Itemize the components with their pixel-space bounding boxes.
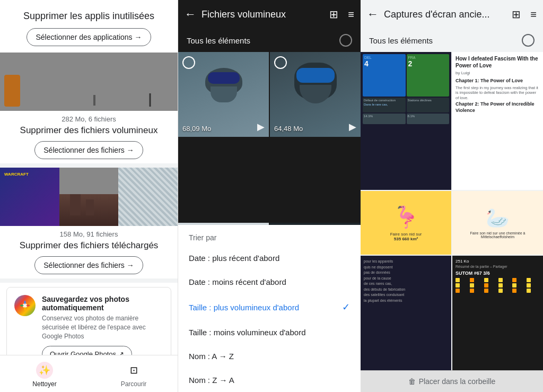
dot-7 xyxy=(456,283,460,288)
dot-3 xyxy=(484,278,488,282)
dot-10 xyxy=(498,283,503,288)
book-chapter1: Chapter 1: The Power of Love xyxy=(456,77,540,84)
sc6-size: 251 Ko xyxy=(456,259,540,264)
video-2-select[interactable] xyxy=(274,56,287,69)
mid-grid-icon[interactable]: ⊞ xyxy=(329,8,338,21)
sort-option-3[interactable]: Taille : moins volumineux d'abord xyxy=(178,320,361,344)
nav-item-clean[interactable]: ✨ Nettoyer xyxy=(0,360,89,390)
sort-header: Trier par xyxy=(178,225,361,246)
promo-title: Sauvegardez vos photos automatiquement xyxy=(42,295,163,312)
trash-button[interactable]: 🗑 Placer dans la corbeille xyxy=(408,377,496,386)
google-photos-icon xyxy=(14,295,36,316)
sort-check-icon: ✓ xyxy=(342,301,350,313)
video-2-play[interactable]: ▶ xyxy=(349,121,356,133)
dot-11 xyxy=(512,283,516,288)
mid-back-icon[interactable]: ← xyxy=(185,7,196,21)
dot-9 xyxy=(484,283,488,288)
sc-cell-5[interactable]: pour les appareils quis ne disposent pas… xyxy=(361,256,451,370)
bottom-navigation: ✨ Nettoyer ⊡ Parcourir xyxy=(0,355,178,392)
dot-18 xyxy=(527,289,531,293)
sort-option-0[interactable]: Date : plus récent d'abord xyxy=(178,246,361,270)
sc-cell-4[interactable]: 🦢 Faire son nid sur une cheminée à Mitte… xyxy=(452,191,543,255)
book-author: by Luigi xyxy=(456,71,540,75)
panel-mid-topbar: ← Fichiers volumineux ⊞ ≡ xyxy=(178,0,361,29)
right-all-items-label: Tous les éléments xyxy=(369,36,433,45)
sort-option-3-label: Taille : moins volumineux d'abord xyxy=(189,328,305,337)
right-sort-icon[interactable]: ≡ xyxy=(530,8,537,21)
photo-cell-snow1 xyxy=(67,53,122,111)
right-grid-icon[interactable]: ⊞ xyxy=(512,8,521,21)
section1-file-size: 282 Mo, 6 fichiers xyxy=(8,115,169,123)
dot-grid xyxy=(456,278,540,293)
browse-nav-icon: ⊡ xyxy=(125,362,142,379)
panel-left: Supprimer les applis inutilisées Sélecti… xyxy=(0,0,178,392)
dot-1 xyxy=(456,278,460,282)
mid-sort-icon[interactable]: ≡ xyxy=(348,8,354,21)
sort-option-1[interactable]: Date : moins récent d'abord xyxy=(178,270,361,294)
panel-right: ← Captures d'écran ancie... ⊞ ≡ Tous les… xyxy=(361,0,543,392)
book-chapter2: Chapter 2: The Power of Incredible Viole… xyxy=(456,101,540,114)
photo-cell-fabric xyxy=(118,168,178,226)
book-title: How I defeated Fascism With the Power of… xyxy=(456,55,540,69)
sort-option-5[interactable]: Nom : Z → A xyxy=(178,368,361,392)
sc4-text1: Faire son nid sur une cheminée à Mittels… xyxy=(470,231,526,239)
dot-12 xyxy=(527,283,531,288)
right-select-all-check[interactable] xyxy=(522,34,535,47)
sort-option-4-label: Nom : A → Z xyxy=(189,352,234,361)
right-back-icon[interactable]: ← xyxy=(367,7,379,21)
sc-cell-6[interactable]: 251 Ko Résumé de ta partie – Partager SU… xyxy=(452,256,543,370)
panel-left-title: Supprimer les applis inutilisées xyxy=(13,11,165,22)
select-files-button-1[interactable]: Sélectionner des fichiers → xyxy=(34,141,143,159)
section2-file-size: 158 Mo, 91 fichiers xyxy=(8,230,169,238)
sc6-subtitle: Résumé de ta partie – Partager xyxy=(456,265,540,268)
video-cell-2[interactable]: 64,48 Mo ▶ xyxy=(270,52,361,137)
mid-select-all-check[interactable] xyxy=(339,34,352,47)
mid-title: Fichiers volumineux xyxy=(202,9,320,20)
section-large-files: 282 Mo, 6 fichiers Supprimer des fichier… xyxy=(0,53,178,161)
section2-title: Supprimer des fichiers téléchargés xyxy=(8,240,169,251)
right-all-items-row: Tous les éléments xyxy=(361,29,543,52)
sort-option-5-label: Nom : Z → A xyxy=(189,376,234,385)
video-2-size: 64,48 Mo xyxy=(274,125,303,133)
trash-label: Placer dans la corbeille xyxy=(419,377,496,386)
panel-left-header: Supprimer les applis inutilisées Sélecti… xyxy=(0,0,178,53)
right-title: Captures d'écran ancie... xyxy=(384,9,502,20)
sc-cell-3[interactable]: 🦩 Faire son nid sur 535 660 km² xyxy=(361,191,451,255)
video-1-play[interactable]: ▶ xyxy=(257,121,265,133)
photo-cell-warcraft: WARCRAFT xyxy=(0,168,59,226)
photo-cell-building xyxy=(59,168,119,226)
select-apps-button[interactable]: Sélectionner des applications → xyxy=(27,28,151,46)
nav-item-browse[interactable]: ⊡ Parcourir xyxy=(89,360,178,390)
sort-option-2[interactable]: Taille : plus volumineux d'abord ✓ xyxy=(178,294,361,320)
video-cell-1[interactable]: 68,09 Mo ▶ xyxy=(178,52,269,137)
clean-nav-icon: ✨ xyxy=(36,362,53,379)
book-body: The first step in my journey was realizi… xyxy=(456,85,540,101)
section-downloaded-files: WARCRAFT 158 Mo, 91 fichiers Supprimer d… xyxy=(0,168,178,276)
trash-icon: 🗑 xyxy=(408,377,416,386)
photo-strip-2: WARCRAFT xyxy=(0,168,178,226)
sc-cell-2[interactable]: How I defeated Fascism With the Power of… xyxy=(452,52,543,190)
promo-text-area: Sauvegardez vos photos automatiquement C… xyxy=(42,295,163,362)
bottom-trash-bar: 🗑 Placer dans la corbeille xyxy=(361,370,543,392)
dot-13 xyxy=(456,289,460,293)
sort-option-2-label: Taille : plus volumineux d'abord xyxy=(189,303,299,312)
section2-info: 158 Mo, 91 fichiers Supprimer des fichie… xyxy=(0,226,178,276)
video-1-size: 68,09 Mo xyxy=(182,125,211,133)
nav-clean-label: Nettoyer xyxy=(32,380,56,388)
photo-cell-orange xyxy=(0,53,67,111)
section1-info: 282 Mo, 6 fichiers Supprimer des fichier… xyxy=(0,111,178,161)
sort-option-4[interactable]: Nom : A → Z xyxy=(178,344,361,368)
nav-browse-label: Parcourir xyxy=(121,380,147,388)
dot-17 xyxy=(512,289,516,293)
section1-title: Supprimer des fichiers volumineux xyxy=(8,125,169,136)
panel-right-topbar: ← Captures d'écran ancie... ⊞ ≡ xyxy=(361,0,543,29)
promo-description: Conservez vos photos de manière sécurisé… xyxy=(42,314,163,341)
sc3-text2: 535 660 km² xyxy=(394,237,418,241)
sc-cell-1[interactable]: DEL 4 FRA 2 Défaut de construction Dans … xyxy=(361,52,451,190)
photo-strip-1 xyxy=(0,53,178,111)
sort-option-0-label: Date : plus récent d'abord xyxy=(189,254,279,263)
select-files-button-2[interactable]: Sélectionner des fichiers → xyxy=(34,256,143,274)
divider-1 xyxy=(0,163,178,168)
divider-2 xyxy=(0,278,178,283)
video-1-select[interactable] xyxy=(182,56,195,69)
